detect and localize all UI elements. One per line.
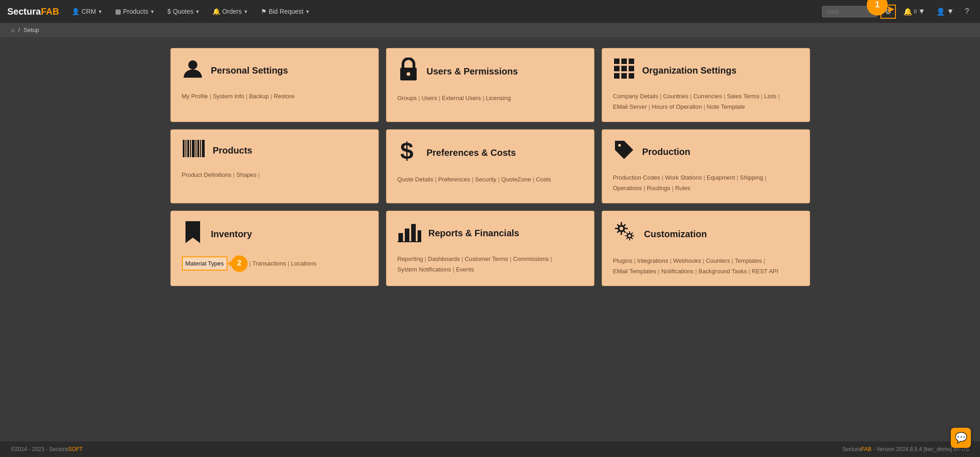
- svg-rect-6: [614, 66, 620, 71]
- card-personal-settings-title: Personal Settings: [211, 65, 288, 76]
- link-system-info[interactable]: System Info: [213, 93, 244, 100]
- question-icon: ?: [965, 7, 969, 16]
- link-events[interactable]: Events: [456, 266, 474, 273]
- link-operations[interactable]: Operations: [613, 185, 642, 191]
- link-email-server[interactable]: EMail Server: [613, 103, 647, 110]
- svg-point-22: [618, 144, 621, 147]
- nav-bid-request[interactable]: ⚑ Bid Request ▼: [255, 5, 315, 18]
- help-search-input[interactable]: [822, 6, 877, 17]
- link-work-stations[interactable]: Work Stations: [665, 174, 702, 181]
- card-preferences-header: $ Preferences & Costs: [397, 139, 583, 167]
- card-production-header: Production: [613, 139, 799, 165]
- chat-button[interactable]: 💬: [951, 428, 971, 448]
- link-notifications[interactable]: Notifications: [661, 268, 694, 275]
- breadcrumb-current: Setup: [23, 27, 39, 33]
- svg-rect-18: [197, 140, 199, 157]
- link-groups[interactable]: Groups: [397, 95, 417, 101]
- link-material-types[interactable]: Material Types: [182, 256, 228, 271]
- card-inventory-header: Inventory: [182, 220, 367, 248]
- svg-point-2: [407, 72, 410, 76]
- link-shapes[interactable]: Shapes: [236, 171, 256, 178]
- link-currencies[interactable]: Currencies: [693, 93, 722, 100]
- card-products-header: Products: [182, 139, 367, 162]
- link-routings[interactable]: Routings: [647, 185, 670, 191]
- person-card-icon: [182, 58, 204, 84]
- link-company-details[interactable]: Company Details: [613, 93, 658, 100]
- footer-brand-suffix: SOFT: [68, 446, 83, 452]
- user-caret-icon: ▼: [947, 7, 954, 16]
- link-quote-details[interactable]: Quote Details: [397, 176, 434, 183]
- link-external-users[interactable]: External Users: [442, 95, 481, 101]
- link-users[interactable]: Users: [422, 95, 437, 101]
- link-hours-of-operation[interactable]: Hours of Operation: [652, 103, 702, 110]
- nav-orders[interactable]: 🔔 Orders ▼: [207, 5, 254, 18]
- link-customer-terms[interactable]: Customer Terms: [465, 255, 508, 262]
- link-restore[interactable]: Restore: [274, 93, 295, 100]
- link-backup[interactable]: Backup: [249, 93, 269, 100]
- main-content: Personal Settings My Profile | System In…: [0, 37, 980, 441]
- card-org-settings-title: Organization Settings: [642, 65, 737, 76]
- bid-caret-icon: ▼: [305, 9, 310, 14]
- link-sales-terms[interactable]: Sales Terms: [727, 93, 759, 100]
- link-quotezone[interactable]: QuoteZone: [501, 176, 531, 183]
- svg-rect-3: [614, 58, 620, 64]
- navbar-right: 1 ➤ ⚙ 🔔 0 ▼ 👤 ▼ ?: [822, 5, 973, 19]
- nav-quotes[interactable]: $ Quotes ▼: [162, 5, 205, 18]
- svg-rect-23: [398, 233, 403, 241]
- link-licensing[interactable]: Licensing: [486, 95, 511, 101]
- link-lists[interactable]: Lists: [764, 93, 777, 100]
- chat-icon: 💬: [955, 432, 967, 444]
- link-countries[interactable]: Countries: [663, 93, 689, 100]
- setup-grid: Personal Settings My Profile | System In…: [170, 48, 810, 286]
- nav-products[interactable]: ▦ Products ▼: [110, 5, 160, 18]
- svg-point-0: [188, 60, 197, 69]
- breadcrumb: ⌂ / Setup: [0, 23, 980, 37]
- link-plugins[interactable]: Plugins: [613, 257, 633, 264]
- link-webhooks[interactable]: Webhooks: [673, 257, 701, 264]
- lock-card-icon: [397, 58, 419, 85]
- notifications-button[interactable]: 🔔 0 ▼: [900, 5, 929, 18]
- link-transactions[interactable]: Transactions: [252, 260, 286, 267]
- card-users-permissions-title: Users & Permissions: [427, 66, 518, 77]
- card-inventory-title: Inventory: [211, 229, 252, 239]
- nav-crm[interactable]: 👤 CRM ▼: [66, 5, 108, 18]
- svg-rect-9: [614, 73, 620, 79]
- help-button[interactable]: ?: [961, 5, 973, 17]
- dollar-nav-icon: $: [167, 8, 171, 15]
- link-rest-api[interactable]: REST API: [752, 268, 778, 275]
- link-dashboards[interactable]: Dashboards: [428, 255, 460, 262]
- footer: ©2014 - 2023 - SecturaSOFT SecturaFAB - …: [0, 441, 980, 457]
- link-my-profile[interactable]: My Profile: [182, 93, 208, 100]
- card-production-links: Production Codes | Work Stations | Equip…: [613, 172, 799, 194]
- link-preferences[interactable]: Preferences: [438, 176, 470, 183]
- link-product-definitions[interactable]: Product Definitions: [182, 171, 232, 178]
- link-templates[interactable]: Templates: [735, 257, 762, 264]
- link-reporting[interactable]: Reporting: [397, 255, 423, 262]
- card-org-settings-header: Organization Settings: [613, 58, 799, 84]
- link-locations[interactable]: Locations: [291, 260, 317, 267]
- home-link[interactable]: ⌂: [11, 27, 15, 33]
- quotes-caret-icon: ▼: [195, 9, 200, 14]
- link-note-template[interactable]: Note Template: [707, 103, 745, 110]
- settings-button[interactable]: ⚙: [880, 5, 896, 19]
- link-counters[interactable]: Counters: [706, 257, 730, 264]
- link-system-notifications[interactable]: System Notifications: [397, 266, 451, 273]
- user-menu-button[interactable]: 👤 ▼: [932, 5, 958, 18]
- link-commissions[interactable]: Commissions: [513, 255, 549, 262]
- gear-icon: ⚙: [885, 7, 891, 16]
- link-integrations[interactable]: Integrations: [637, 257, 668, 264]
- link-shipping[interactable]: Shipping: [740, 174, 763, 181]
- card-preferences-title: Preferences & Costs: [427, 148, 516, 158]
- card-products: Products Product Definitions | Shapes |: [170, 129, 379, 203]
- link-background-tasks[interactable]: Background Tasks: [699, 268, 747, 275]
- card-inventory-links: Material Types 2 | Transactions | Locati…: [182, 255, 367, 272]
- brand-logo: SecturaFAB: [7, 6, 59, 17]
- link-costs[interactable]: Costs: [536, 176, 551, 183]
- chart-card-icon: [397, 220, 421, 246]
- link-security[interactable]: Security: [475, 176, 497, 183]
- card-production: Production Production Codes | Work Stati…: [602, 129, 810, 203]
- link-rules[interactable]: Rules: [675, 185, 690, 191]
- link-email-templates[interactable]: EMail Templates: [613, 268, 657, 275]
- link-equipment[interactable]: Equipment: [707, 174, 735, 181]
- link-production-codes[interactable]: Production Codes: [613, 174, 660, 181]
